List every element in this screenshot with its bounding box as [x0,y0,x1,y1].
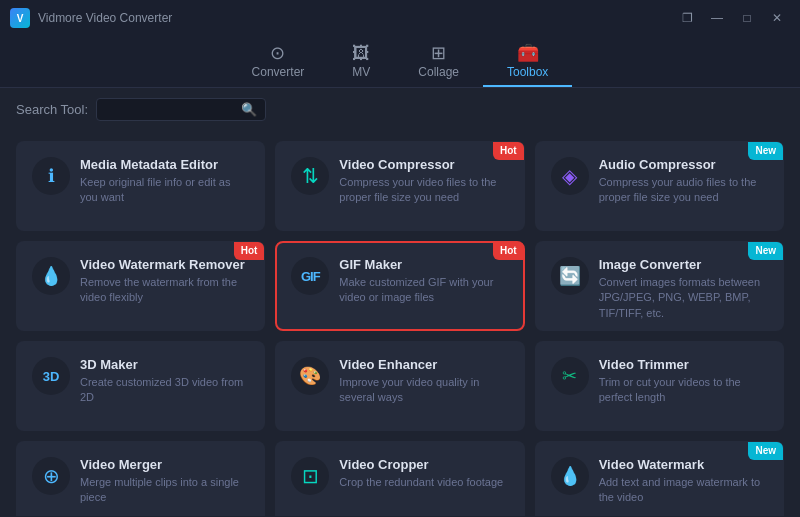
tool-card-3d-maker[interactable]: 3D 3D Maker Create customized 3D video f… [16,341,265,431]
tool-icon-video-enhancer: 🎨 [291,357,329,395]
badge-video-watermark: New [748,442,783,460]
collage-icon: ⊞ [431,44,446,62]
title-bar: V Vidmore Video Converter ❐ — □ ✕ [0,0,800,36]
tool-name-video-cropper: Video Cropper [339,457,508,472]
search-bar: Search Tool: 🔍 [0,88,800,131]
tool-name-gif-maker: GIF Maker [339,257,508,272]
converter-icon: ⊙ [270,44,285,62]
tool-card-header: ⊕ Video Merger Merge multiple clips into… [32,457,249,506]
tab-mv[interactable]: 🖼 MV [328,36,394,87]
tool-card-header: GIF GIF Maker Make customized GIF with y… [291,257,508,306]
badge-image-converter: New [748,242,783,260]
maximize-button[interactable]: □ [734,8,760,28]
tool-card-header: ⇅ Video Compressor Compress your video f… [291,157,508,206]
tool-desc-video-watermark: Add text and image watermark to the vide… [599,475,768,506]
search-input[interactable] [105,103,235,117]
tool-card-video-merger[interactable]: ⊕ Video Merger Merge multiple clips into… [16,441,265,516]
tool-card-video-cropper[interactable]: ⊡ Video Cropper Crop the redundant video… [275,441,524,516]
tool-icon-media-metadata-editor: ℹ [32,157,70,195]
tool-card-header: ℹ Media Metadata Editor Keep original fi… [32,157,249,206]
badge-audio-compressor: New [748,142,783,160]
close-button[interactable]: ✕ [764,8,790,28]
tool-name-video-enhancer: Video Enhancer [339,357,508,372]
tool-name-video-watermark: Video Watermark [599,457,768,472]
tools-grid: ℹ Media Metadata Editor Keep original fi… [0,131,800,516]
tool-desc-video-merger: Merge multiple clips into a single piece [80,475,249,506]
badge-gif-maker: Hot [493,242,524,260]
collage-label: Collage [418,65,459,79]
tool-icon-video-watermark-remover: 💧 [32,257,70,295]
tool-card-media-metadata-editor[interactable]: ℹ Media Metadata Editor Keep original fi… [16,141,265,231]
tool-desc-video-compressor: Compress your video files to the proper … [339,175,508,206]
tool-name-video-merger: Video Merger [80,457,249,472]
mv-label: MV [352,65,370,79]
converter-label: Converter [252,65,305,79]
search-label: Search Tool: [16,102,88,117]
tool-card-header: ◈ Audio Compressor Compress your audio f… [551,157,768,206]
search-icon: 🔍 [241,102,257,117]
tool-name-media-metadata-editor: Media Metadata Editor [80,157,249,172]
tool-card-header: 💧 Video Watermark Add text and image wat… [551,457,768,506]
tool-card-video-trimmer[interactable]: ✂ Video Trimmer Trim or cut your videos … [535,341,784,431]
tool-name-video-trimmer: Video Trimmer [599,357,768,372]
tool-desc-image-converter: Convert images formats between JPG/JPEG,… [599,275,768,321]
tool-icon-video-merger: ⊕ [32,457,70,495]
tool-icon-video-trimmer: ✂ [551,357,589,395]
tool-desc-video-cropper: Crop the redundant video footage [339,475,508,490]
tab-collage[interactable]: ⊞ Collage [394,36,483,87]
minimize-button[interactable]: — [704,8,730,28]
tool-icon-gif-maker: GIF [291,257,329,295]
tool-desc-gif-maker: Make customized GIF with your video or i… [339,275,508,306]
tool-name-video-compressor: Video Compressor [339,157,508,172]
tool-card-header: 🎨 Video Enhancer Improve your video qual… [291,357,508,406]
title-bar-title: Vidmore Video Converter [38,11,172,25]
toolbox-label: Toolbox [507,65,548,79]
toolbox-icon: 🧰 [517,44,539,62]
tool-desc-audio-compressor: Compress your audio files to the proper … [599,175,768,206]
tool-card-audio-compressor[interactable]: New ◈ Audio Compressor Compress your aud… [535,141,784,231]
tool-name-image-converter: Image Converter [599,257,768,272]
tool-card-video-watermark[interactable]: New 💧 Video Watermark Add text and image… [535,441,784,516]
tool-card-header: ⊡ Video Cropper Crop the redundant video… [291,457,508,495]
tool-icon-3d-maker: 3D [32,357,70,395]
restore-button[interactable]: ❐ [674,8,700,28]
mv-icon: 🖼 [352,44,370,62]
tool-icon-audio-compressor: ◈ [551,157,589,195]
tool-icon-video-watermark: 💧 [551,457,589,495]
tool-card-image-converter[interactable]: New 🔄 Image Converter Convert images for… [535,241,784,331]
app-icon: V [10,8,30,28]
badge-video-watermark-remover: Hot [234,242,265,260]
tool-card-header: 🔄 Image Converter Convert images formats… [551,257,768,321]
tool-desc-3d-maker: Create customized 3D video from 2D [80,375,249,406]
tab-converter[interactable]: ⊙ Converter [228,36,329,87]
tool-desc-media-metadata-editor: Keep original file info or edit as you w… [80,175,249,206]
title-bar-controls: ❐ — □ ✕ [674,8,790,28]
tool-name-video-watermark-remover: Video Watermark Remover [80,257,249,272]
search-input-wrap[interactable]: 🔍 [96,98,266,121]
title-bar-left: V Vidmore Video Converter [10,8,172,28]
badge-video-compressor: Hot [493,142,524,160]
nav-bar: ⊙ Converter 🖼 MV ⊞ Collage 🧰 Toolbox [0,36,800,88]
tool-name-3d-maker: 3D Maker [80,357,249,372]
tool-icon-video-compressor: ⇅ [291,157,329,195]
tool-icon-image-converter: 🔄 [551,257,589,295]
tool-card-gif-maker[interactable]: Hot GIF GIF Maker Make customized GIF wi… [275,241,524,331]
tool-icon-video-cropper: ⊡ [291,457,329,495]
tool-name-audio-compressor: Audio Compressor [599,157,768,172]
tab-toolbox[interactable]: 🧰 Toolbox [483,36,572,87]
tool-card-video-compressor[interactable]: Hot ⇅ Video Compressor Compress your vid… [275,141,524,231]
tool-card-header: ✂ Video Trimmer Trim or cut your videos … [551,357,768,406]
tool-card-video-enhancer[interactable]: 🎨 Video Enhancer Improve your video qual… [275,341,524,431]
tool-desc-video-watermark-remover: Remove the watermark from the video flex… [80,275,249,306]
tool-desc-video-enhancer: Improve your video quality in several wa… [339,375,508,406]
tool-card-video-watermark-remover[interactable]: Hot 💧 Video Watermark Remover Remove the… [16,241,265,331]
tool-card-header: 💧 Video Watermark Remover Remove the wat… [32,257,249,306]
tool-card-header: 3D 3D Maker Create customized 3D video f… [32,357,249,406]
tool-desc-video-trimmer: Trim or cut your videos to the perfect l… [599,375,768,406]
